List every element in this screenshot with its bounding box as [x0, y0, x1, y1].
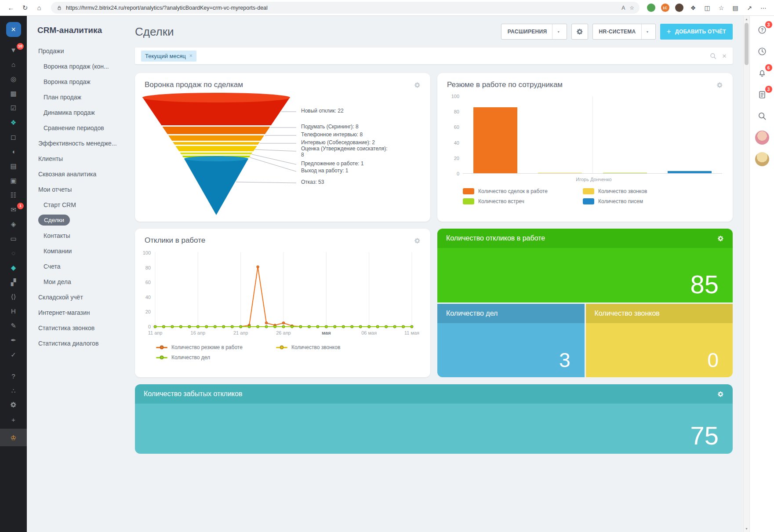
sidebar-item-18[interactable]: Статистика звонков — [27, 320, 130, 335]
filter-bar[interactable]: Текущий месяц × × — [135, 47, 733, 64]
sign-icon[interactable]: ✒ — [0, 333, 27, 347]
messenger-icon[interactable]: ◖ — [0, 144, 27, 159]
sidebar-item-label: Сквозная аналитика — [38, 171, 96, 178]
legend-label: Количество звонков — [598, 188, 647, 194]
user-avatar-1[interactable] — [755, 131, 769, 145]
gear-icon[interactable] — [717, 391, 724, 397]
legend-swatch — [463, 198, 474, 204]
sidebar-item-13[interactable]: Компании — [27, 243, 130, 259]
sidebar-item-14[interactable]: Счета — [27, 259, 130, 274]
back-icon[interactable]: ← — [4, 1, 18, 15]
onec-extension-icon[interactable]: 1С — [659, 2, 671, 14]
forms-icon[interactable]: ✎ — [0, 318, 27, 333]
gear-icon[interactable] — [717, 235, 724, 242]
shop-icon[interactable]: ▦ — [0, 86, 27, 101]
sidebar-item-6[interactable]: Эффективность менедже... — [27, 135, 130, 151]
site-info-lock-icon[interactable] — [56, 5, 62, 11]
warehouse-icon[interactable]: ◆ — [0, 260, 27, 275]
sidebar-item-15[interactable]: Мои дела — [27, 274, 130, 289]
mail-icon[interactable]: ✉1 — [0, 202, 27, 217]
sidebar-item-3[interactable]: План продаж — [27, 89, 130, 105]
support-icon[interactable]: ? — [0, 369, 27, 383]
quality-icon[interactable]: ✓ — [0, 347, 27, 362]
user-avatar-2[interactable] — [755, 152, 769, 166]
sidebar-item-10[interactable]: Старт CRM — [27, 197, 130, 212]
search-button[interactable] — [755, 109, 769, 123]
settings-icon[interactable] — [0, 398, 27, 412]
add-report-button[interactable]: + ДОБАВИТЬ ОТЧЁТ — [660, 24, 733, 40]
history-button[interactable] — [755, 44, 769, 58]
page-scrollbar[interactable]: ▲ ▼ — [743, 16, 749, 532]
add-report-label: ДОБАВИТЬ ОТЧЁТ — [675, 29, 726, 35]
sidebar-item-1[interactable]: Воронка продаж (кон... — [27, 58, 130, 74]
calendar-icon[interactable]: ▤ — [0, 159, 27, 173]
documents-icon[interactable]: ▣ — [0, 173, 27, 188]
scrollbar-thumb[interactable] — [745, 23, 749, 65]
share-icon[interactable]: ↗ — [743, 2, 756, 14]
sites-icon[interactable]: ◻ — [0, 130, 27, 144]
sidebar-item-5[interactable]: Сравнение периодов — [27, 120, 130, 135]
sidebar-item-2[interactable]: Воронка продаж — [27, 74, 130, 89]
add-section-icon[interactable]: + — [0, 412, 27, 427]
notifications-button[interactable]: 6 — [755, 66, 769, 80]
automation-icon[interactable]: ◌ — [0, 246, 27, 260]
live-feed-icon[interactable]: ▼10 — [0, 43, 27, 57]
chip-remove-icon[interactable]: × — [189, 53, 193, 59]
community-icon[interactable]: ❖ — [0, 115, 27, 130]
main-content: Сделки РАСШИРЕНИЯ ▼ HR-СИСТЕМА ▼ + — [130, 16, 743, 532]
collapse-menu-button[interactable]: × — [0, 20, 27, 39]
sidebar-item-8[interactable]: Сквозная аналитика — [27, 166, 130, 182]
sidebar-item-17[interactable]: Интернет-магазин — [27, 305, 130, 320]
board-select-button[interactable]: HR-СИСТЕМА ▼ — [592, 24, 656, 40]
pet-extension-icon[interactable] — [673, 2, 685, 14]
integrations-icon[interactable]: ∴ — [0, 383, 27, 398]
legend-label: Количество встреч — [478, 198, 524, 204]
sidebar-item-11[interactable]: Сделки — [27, 212, 130, 228]
scroll-down-arrow[interactable]: ▼ — [744, 525, 749, 532]
refresh-icon[interactable]: ↻ — [18, 1, 32, 15]
sidebar-item-4[interactable]: Динамика продаж — [27, 105, 130, 120]
adblock-extension-icon[interactable] — [645, 2, 657, 14]
gear-icon[interactable] — [414, 82, 421, 88]
sidebar-item-0[interactable]: Продажи — [27, 43, 130, 58]
sidebar-item-12[interactable]: Контакты — [27, 228, 130, 243]
more-options-icon[interactable]: ⋯ — [757, 2, 770, 14]
analytics-icon[interactable]: ▞ — [0, 275, 27, 289]
browser-home-icon[interactable]: ⌂ — [33, 1, 46, 15]
extensions-puzzle-icon[interactable]: ❖ — [687, 2, 699, 14]
legend-swatch — [463, 188, 474, 194]
home-icon[interactable]: ⌂ — [0, 57, 27, 72]
planner-button[interactable]: 3 — [755, 87, 769, 102]
split-screen-icon[interactable]: ◫ — [701, 2, 713, 14]
chevron-down-icon[interactable]: ▼ — [552, 24, 560, 39]
notification-badge: 1 — [17, 203, 24, 209]
sidebar-item-16[interactable]: Складской учёт — [27, 289, 130, 305]
read-aloud-icon[interactable]: A — [621, 5, 625, 11]
url-bar[interactable]: https://hrmv2.bitrix24.ru/report/analyti… — [51, 2, 640, 14]
helpdesk-button[interactable]: 3 — [755, 23, 769, 37]
search-icon[interactable] — [709, 52, 717, 60]
sidebar-item-7[interactable]: Клиенты — [27, 151, 130, 166]
employees-icon[interactable]: ◈ — [0, 217, 27, 231]
favorites-icon[interactable]: ☆ — [715, 2, 727, 14]
tasks-icon[interactable]: ☑ — [0, 101, 27, 115]
sidebar-item-19[interactable]: Статистика диалогов — [27, 335, 130, 351]
gear-icon[interactable] — [414, 237, 421, 244]
rewards-icon[interactable]: ♔ — [0, 429, 27, 446]
sidebar-item-9[interactable]: Мои отчеты — [27, 182, 130, 197]
sidebar-item-label: Компании — [44, 248, 72, 255]
crm-icon[interactable]: ◎ — [0, 72, 27, 86]
scroll-up-arrow[interactable]: ▲ — [744, 16, 749, 22]
favorite-star-icon[interactable]: ☆ — [629, 5, 634, 11]
filter-chip[interactable]: Текущий месяц × — [141, 51, 196, 62]
developer-icon[interactable]: ⟨⟩ — [0, 289, 27, 304]
gear-icon[interactable] — [716, 82, 723, 88]
drive-icon[interactable]: ☷ — [0, 188, 27, 202]
chevron-down-icon[interactable]: ▼ — [641, 24, 649, 39]
marketplace-icon[interactable]: H — [0, 304, 27, 318]
news-icon[interactable]: ▭ — [0, 231, 27, 246]
clear-filter-icon[interactable]: × — [722, 52, 727, 60]
board-settings-button[interactable] — [571, 24, 588, 40]
extensions-button[interactable]: РАСШИРЕНИЯ ▼ — [501, 24, 567, 40]
collections-icon[interactable]: ▤ — [729, 2, 741, 14]
